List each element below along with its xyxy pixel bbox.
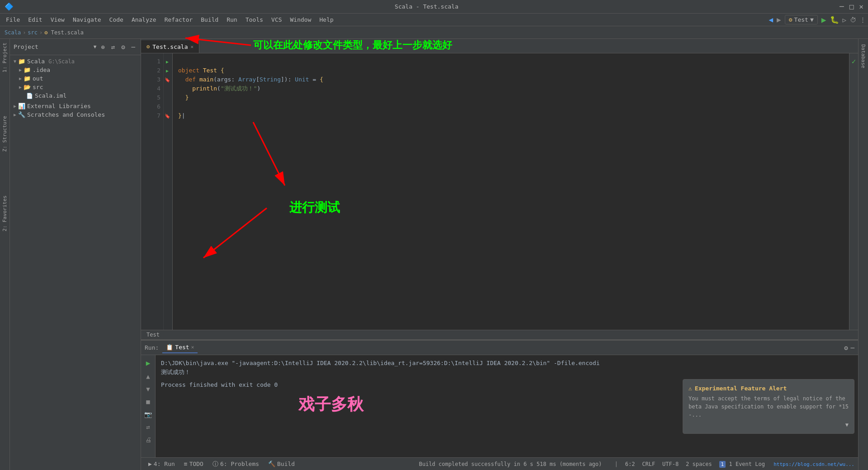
- menu-view[interactable]: View: [47, 15, 68, 24]
- nav-forward-icon[interactable]: ▶: [777, 15, 781, 24]
- build-icon: 🔨: [268, 461, 275, 467]
- breadcrumb-scala[interactable]: Scala: [5, 29, 21, 36]
- bookmark-icon-6: 🔖: [164, 111, 171, 120]
- run-button[interactable]: ▶: [821, 15, 826, 24]
- run-tab-test[interactable]: 📋 Test ✕: [162, 342, 198, 353]
- run-output-line1: 测试成功！: [161, 368, 853, 377]
- run-label: Run:: [145, 344, 159, 351]
- expand-icon: ▶: [14, 104, 16, 109]
- expand-icon: ▶: [19, 67, 22, 72]
- menu-code[interactable]: Code: [106, 15, 127, 24]
- menu-navigate[interactable]: Navigate: [69, 15, 105, 24]
- tab-label: Test.scala: [152, 43, 188, 50]
- menu-help[interactable]: Help: [316, 15, 337, 24]
- project-minimize-icon[interactable]: ─: [130, 43, 137, 52]
- toolbar-more-icon[interactable]: ⋮: [860, 16, 866, 23]
- run-stop-button[interactable]: ■: [144, 396, 151, 407]
- tab-todo[interactable]: ≡ TODO: [180, 460, 207, 468]
- tab-build[interactable]: 🔨 Build: [264, 460, 298, 468]
- tab-problems[interactable]: ⓘ 6: Problems: [209, 459, 263, 469]
- right-strip: Database: [858, 39, 868, 470]
- run-config-label: Test: [794, 16, 808, 23]
- notification-title: ⚠ Experimental Feature Alert: [689, 385, 849, 392]
- cursor-position[interactable]: 6:2: [625, 461, 635, 467]
- titlebar-left: 🔷: [5, 2, 14, 11]
- run-config-selector[interactable]: ⚙ Test ▼: [785, 15, 818, 24]
- tab-close-button[interactable]: ✕: [191, 44, 194, 50]
- file-icon: 📄: [26, 93, 33, 99]
- menu-window[interactable]: Window: [287, 15, 315, 24]
- titlebar-title: Scala - Test.scala: [395, 3, 458, 10]
- run-tab-close-button[interactable]: ✕: [191, 344, 194, 350]
- tree-item-scratches[interactable]: ▶ 🔧 Scratches and Consoles: [10, 110, 141, 119]
- run-line-1-button[interactable]: ▶: [164, 57, 171, 66]
- notification-expand-icon[interactable]: ▼: [845, 422, 849, 428]
- tab-run-label: 4: Run: [154, 461, 175, 467]
- run-screenshot-button[interactable]: 📷: [142, 409, 154, 420]
- tab-run[interactable]: ▶ 4: Run: [145, 460, 179, 468]
- sidebar-structure-label[interactable]: Z: Structure: [0, 112, 9, 155]
- run-with-coverage-button[interactable]: ▷: [843, 16, 846, 24]
- close-button[interactable]: ✕: [859, 2, 863, 11]
- run-config-icon: ⚙: [789, 16, 793, 23]
- maximize-button[interactable]: □: [849, 2, 854, 11]
- run-play-button[interactable]: ▶: [144, 357, 152, 369]
- debug-button[interactable]: 🐛: [830, 15, 839, 24]
- run-toolbar: ⚙ ─: [844, 344, 854, 351]
- menu-tools[interactable]: Tools: [242, 15, 267, 24]
- profile-button[interactable]: ⏱: [850, 16, 856, 24]
- editor-tabs: ⚙ Test.scala ✕: [141, 39, 858, 53]
- run-scroll-up-button[interactable]: ▲: [144, 371, 151, 382]
- project-settings-icon[interactable]: ⚙: [119, 43, 127, 52]
- encoding[interactable]: UTF-8: [662, 461, 679, 467]
- project-dropdown-icon[interactable]: ▼: [94, 44, 97, 50]
- run-settings-icon[interactable]: ⚙: [844, 344, 848, 351]
- menu-vcs[interactable]: VCS: [268, 15, 285, 24]
- project-toolbar: Project ▼ ⊕ ⇄ ⚙ ─: [10, 39, 141, 55]
- tree-item-src[interactable]: ▶ 📂 src: [10, 83, 141, 91]
- nav-back-icon[interactable]: ◀: [769, 15, 773, 24]
- run-minimize-icon[interactable]: ─: [851, 344, 854, 351]
- run-print-button[interactable]: 🖨: [143, 434, 153, 445]
- bottom-tabs: ▶ 4: Run ≡ TODO ⓘ 6: Problems 🔨 Build Bu…: [141, 457, 858, 470]
- problems-icon: ⓘ: [212, 460, 218, 468]
- tree-item-idea[interactable]: ▶ 📁 .idea: [10, 66, 141, 74]
- menu-build[interactable]: Build: [197, 15, 222, 24]
- folder-icon: 📁: [18, 58, 25, 65]
- menu-edit[interactable]: Edit: [24, 15, 46, 24]
- tree-item-scala[interactable]: ▼ 📁 Scala G:\Scala: [10, 57, 141, 66]
- run-command-line: D:\JDK\bin\java.exe "-javaagent:D:\Intel…: [161, 359, 853, 368]
- minimize-button[interactable]: ─: [840, 2, 844, 11]
- tab-test-scala[interactable]: ⚙ Test.scala ✕: [141, 40, 199, 53]
- code-content[interactable]: object Test { def main(args: Array[Strin…: [173, 53, 858, 330]
- run-icon: ▶: [148, 461, 152, 467]
- sidebar-favorites-label[interactable]: 2: Favorites: [0, 192, 9, 235]
- menu-analyze[interactable]: Analyze: [128, 15, 160, 24]
- left-strip: 1: Project Z: Structure 2: Favorites: [0, 39, 10, 470]
- run-wrap-button[interactable]: ⇄: [144, 422, 151, 432]
- tree-item-ext-libs[interactable]: ▶ 📊 External Libraries: [10, 102, 141, 110]
- line-separator[interactable]: CRLF: [642, 461, 655, 467]
- run-scroll-down-button[interactable]: ▼: [144, 384, 151, 394]
- event-log[interactable]: 1 1 Event Log: [719, 461, 769, 467]
- run-line-2-button[interactable]: ▶: [164, 66, 171, 75]
- tab-todo-label: TODO: [189, 461, 203, 467]
- breadcrumb-file[interactable]: ⚙ Test.scala: [44, 29, 84, 36]
- run-side-toolbar: ▶ ▲ ▼ ■ 📷 ⇄ 🖨: [141, 355, 156, 457]
- project-scroll-icon[interactable]: ⇄: [109, 43, 117, 52]
- indent-setting[interactable]: 2 spaces: [686, 461, 712, 467]
- line-numbers: 1 2 3 4 5 6 7: [141, 53, 164, 330]
- project-add-icon[interactable]: ⊕: [99, 43, 106, 52]
- tree-item-scala-iml[interactable]: 📄 Scala.iml: [10, 91, 141, 100]
- menu-run[interactable]: Run: [223, 15, 241, 24]
- notification-popup: ⚠ Experimental Feature Alert You must ac…: [683, 379, 854, 434]
- menu-file[interactable]: File: [2, 15, 24, 24]
- folder-icon: 📁: [24, 66, 31, 73]
- run-tab-icon: 📋: [166, 344, 173, 351]
- menu-refactor[interactable]: Refactor: [161, 15, 197, 24]
- sidebar-project-label[interactable]: 1: Project: [0, 39, 9, 76]
- bookmark-icon-3: 🔖: [164, 75, 171, 84]
- database-panel-label[interactable]: Database: [859, 41, 868, 72]
- tree-item-out[interactable]: ▶ 📁 out: [10, 74, 141, 83]
- breadcrumb-src[interactable]: src: [28, 29, 38, 36]
